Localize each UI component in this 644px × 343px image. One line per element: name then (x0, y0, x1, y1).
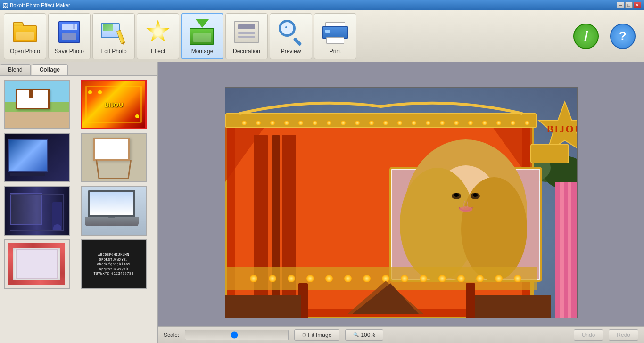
main-canvas[interactable]: BIJOU (225, 87, 578, 318)
svg-point-42 (461, 177, 527, 281)
thumbnail-bijou[interactable]: BIJOU (81, 80, 147, 129)
print-button[interactable]: Print (314, 13, 356, 59)
main-content: Blend Collage BIJOU (0, 62, 644, 343)
svg-point-30 (511, 121, 515, 125)
svg-rect-70 (466, 283, 475, 318)
svg-point-12 (256, 121, 261, 125)
title-bar-controls: ─ □ ✕ (617, 2, 641, 8)
left-panel: Blend Collage BIJOU (0, 62, 158, 343)
zoom-level-button[interactable]: 🔍 100% (345, 329, 383, 341)
svg-point-64 (476, 275, 484, 282)
decoration-label: Decoration (233, 48, 260, 55)
svg-point-55 (306, 275, 314, 282)
svg-point-27 (468, 121, 473, 125)
effect-label: Effect (151, 48, 165, 55)
svg-rect-9 (225, 114, 537, 128)
open-photo-button[interactable]: Open Photo (4, 13, 46, 59)
title-bar: 🖼 Boxoft Photo Effect Maker ─ □ ✕ (0, 0, 644, 10)
svg-point-60 (401, 275, 408, 282)
svg-point-16 (313, 121, 317, 125)
tab-collage[interactable]: Collage (32, 64, 68, 75)
svg-rect-34 (531, 144, 569, 163)
svg-rect-72 (475, 295, 551, 318)
montage-label: Montage (191, 48, 214, 55)
svg-point-13 (270, 121, 275, 125)
thumbnail-laptop[interactable] (81, 186, 147, 236)
edit-photo-button[interactable]: Edit Photo (92, 13, 135, 59)
svg-rect-74 (560, 182, 564, 318)
minimize-button[interactable]: ─ (617, 2, 624, 8)
text-line-3: abcdefghijklmn9 (97, 262, 131, 266)
scale-label: Scale: (164, 332, 179, 338)
thumbnail-photo-frame[interactable] (4, 239, 70, 289)
effect-button[interactable]: Effect (137, 13, 179, 59)
thumbnail-beach[interactable] (4, 80, 70, 129)
svg-point-57 (344, 275, 352, 282)
edit-photo-label: Edit Photo (100, 48, 126, 55)
svg-point-19 (355, 121, 360, 125)
effect-icon (144, 18, 172, 46)
save-photo-label: Save Photo (55, 48, 84, 55)
svg-point-22 (397, 121, 402, 125)
svg-point-52 (250, 275, 257, 282)
svg-rect-73 (555, 182, 578, 318)
svg-rect-76 (575, 182, 578, 318)
svg-point-15 (298, 121, 303, 125)
svg-point-24 (426, 121, 430, 125)
canvas-area: BIJOU (158, 62, 644, 343)
decoration-button[interactable]: Decoration (225, 13, 268, 59)
fit-image-button[interactable]: ⊡ Fit Image (294, 329, 339, 341)
svg-point-11 (242, 121, 247, 125)
svg-point-46 (473, 193, 478, 197)
maximize-button[interactable]: □ (625, 2, 633, 8)
help-button[interactable]: ? (605, 13, 640, 59)
thumbnail-dark-screen[interactable] (4, 133, 70, 182)
fit-icon: ⊡ (302, 332, 306, 337)
print-label: Print (330, 48, 341, 55)
svg-point-61 (420, 275, 427, 282)
save-photo-icon (55, 18, 83, 46)
preview-icon (277, 18, 305, 46)
scale-slider[interactable] (187, 331, 286, 339)
app-title: Boxoft Photo Effect Maker (10, 2, 70, 8)
print-icon (321, 18, 349, 46)
preview-button[interactable]: Preview (270, 13, 312, 59)
zoom-icon: 🔍 (353, 332, 359, 337)
svg-point-26 (454, 121, 459, 125)
svg-point-18 (341, 121, 346, 125)
open-photo-label: Open Photo (10, 48, 40, 55)
info-button[interactable]: i (569, 13, 603, 59)
edit-photo-icon (99, 18, 128, 46)
thumbnail-easel[interactable] (81, 133, 147, 182)
text-line-5: TUVWXYZ 0123456789 (94, 272, 134, 276)
thumbnail-hallway[interactable] (4, 186, 70, 236)
svg-text:BIJOU: BIJOU (546, 123, 578, 135)
thumbnail-text-template[interactable]: ABCDEFGHIJKLMN OPQRSTUVWXYZ. abcdefghijk… (81, 239, 147, 289)
svg-point-54 (288, 275, 295, 282)
preview-label: Preview (281, 48, 301, 55)
svg-point-56 (325, 275, 333, 282)
close-button[interactable]: ✕ (634, 2, 641, 8)
open-photo-icon (11, 18, 39, 46)
bottom-bar: Scale: ⊡ Fit Image 🔍 100% Undo Redo (158, 326, 644, 343)
svg-point-25 (440, 121, 445, 125)
svg-point-65 (495, 275, 503, 282)
info-icon: i (573, 24, 599, 49)
montage-button[interactable]: Montage (181, 13, 223, 59)
help-icon: ? (610, 24, 636, 49)
svg-point-23 (412, 121, 416, 125)
svg-rect-75 (568, 182, 571, 318)
tab-bar: Blend Collage (0, 62, 157, 76)
montage-icon (188, 18, 216, 46)
svg-point-28 (482, 121, 487, 125)
tab-blend[interactable]: Blend (0, 64, 31, 75)
svg-point-58 (363, 275, 371, 282)
undo-button[interactable]: Undo (574, 329, 603, 341)
text-line-1: ABCDEFGHIJKLMN (98, 253, 129, 257)
save-photo-button[interactable]: Save Photo (48, 13, 91, 59)
svg-point-62 (438, 275, 446, 282)
scale-slider-container[interactable] (185, 330, 289, 340)
redo-button[interactable]: Redo (609, 329, 638, 341)
title-bar-left: 🖼 Boxoft Photo Effect Maker (3, 2, 70, 8)
svg-point-17 (327, 121, 331, 125)
